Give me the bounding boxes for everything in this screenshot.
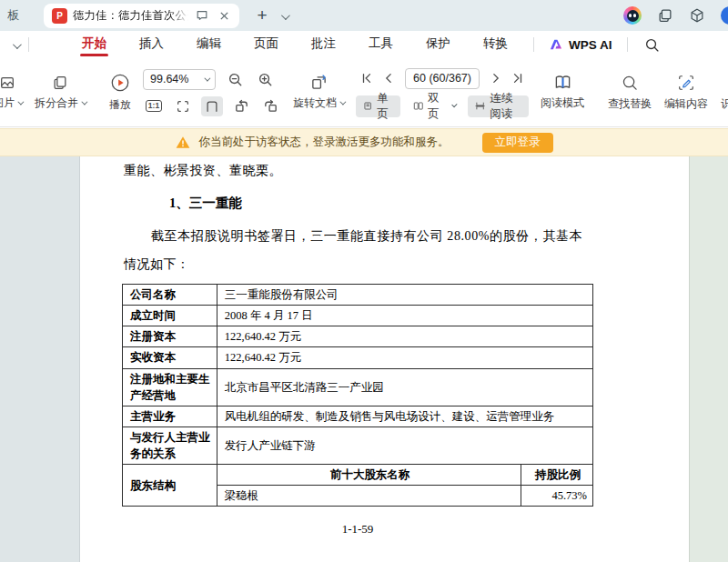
single-page-icon (363, 99, 372, 113)
fit-width-button[interactable] (201, 96, 223, 116)
rotate-right-button[interactable] (259, 96, 281, 116)
guest-notice-text: 你当前处于访客状态，登录激活更多功能和服务。 (199, 135, 450, 150)
zoom-out-button[interactable] (224, 69, 246, 89)
menu-item-page[interactable]: 页面 (238, 31, 295, 58)
one-to-one-icon: 1:1 (146, 100, 162, 112)
shareholder-header-pct: 持股比例 (521, 465, 593, 486)
find-replace-button[interactable]: 查找替换 (602, 58, 658, 126)
single-page-mode-button[interactable]: 单页 (356, 95, 400, 117)
zoom-in-button[interactable] (254, 69, 276, 89)
menu-item-protect[interactable]: 保护 (410, 31, 467, 58)
menu-item-annotate[interactable]: 批注 (295, 31, 352, 58)
previous-page-button[interactable] (378, 68, 399, 88)
menu-item-edit[interactable]: 编辑 (180, 31, 238, 58)
last-page-button[interactable] (507, 68, 529, 88)
table-row: 注册地和主要生产经营地 北京市昌平区北清路三一产业园 (123, 368, 593, 406)
company-info-table: 公司名称 三一重能股份有限公司 成立时间 2008 年 4 月 17 日 注册资… (122, 284, 593, 507)
table-label-cell: 主营业务 (123, 406, 217, 427)
menu-item-home[interactable]: 开始 (66, 31, 123, 58)
table-row: 注册资本 122,640.42 万元 (123, 326, 593, 347)
rotate-document-button[interactable]: 旋转文档 (287, 58, 350, 126)
table-row: 主营业务 风电机组的研发、制造及销售与风电场设计、建设、运营管理业务 (123, 406, 593, 427)
warning-icon (176, 135, 190, 149)
3d-cube-icon[interactable] (689, 7, 705, 24)
close-tab-icon[interactable] (216, 7, 232, 24)
tab-list-chevron-icon[interactable] (281, 9, 288, 23)
wps-ai-logo-icon (549, 38, 563, 51)
zoom-cluster: 99.64% 1:1 (137, 58, 287, 126)
double-page-mode-button[interactable]: 双页 (406, 95, 463, 117)
account-avatar[interactable] (721, 6, 728, 25)
next-page-button[interactable] (485, 68, 507, 88)
first-page-button[interactable] (356, 68, 378, 88)
picture-icon (0, 75, 15, 91)
recognize-table-button[interactable]: 识别表格 (714, 58, 728, 126)
shareholder-name-cell: 梁稳根 (217, 486, 521, 507)
document-viewport[interactable]: 重能、彬景投资、董晓栗。 1、三一重能 截至本招股说明书签署日，三一重能直接持有… (0, 156, 728, 562)
picture-label: 图片 (0, 95, 15, 111)
zoom-value: 99.64% (150, 73, 188, 85)
menu-separator (533, 37, 534, 52)
wps-ai-label: WPS AI (569, 38, 612, 52)
document-tab[interactable]: P 德力佳：德力佳首次公开发行 (44, 4, 239, 28)
read-mode-button[interactable]: 阅读模式 (534, 58, 591, 126)
document-heading: 1、三一重能 (169, 195, 689, 212)
picture-button[interactable]: 图片 (0, 58, 28, 126)
page-number-input[interactable]: 60 (60/367) (405, 68, 480, 89)
menu-item-convert[interactable]: 转换 (467, 31, 524, 58)
double-page-icon (413, 99, 424, 113)
windows-stack-icon[interactable] (657, 7, 673, 24)
ai-assistant-icon[interactable] (623, 6, 642, 25)
guest-notice-bar: 你当前处于访客状态，登录激活更多功能和服务。 立即登录 (0, 128, 728, 156)
table-row: 股东结构 前十大股东名称 持股比例 (123, 465, 593, 486)
document-text-line: 重能、彬景投资、董晓栗。 (124, 163, 689, 179)
table-value-cell: 北京市昌平区北清路三一产业园 (217, 368, 592, 406)
edit-content-label: 编辑内容 (664, 96, 708, 112)
menu-bar: 开始 插入 编辑 页面 批注 工具 保护 转换 WPS AI (0, 31, 728, 58)
single-page-label: 单页 (377, 91, 392, 122)
new-tab-button[interactable]: + (252, 5, 272, 25)
zoom-level-select[interactable]: 99.64% (143, 69, 216, 90)
menu-item-insert[interactable]: 插入 (123, 31, 180, 58)
play-icon (110, 73, 130, 93)
play-label: 播放 (109, 97, 131, 113)
page-navigation-cluster: 60 (60/367) 单页 双页 连续 (350, 58, 534, 126)
table-row: 公司名称 三一重能股份有限公司 (123, 285, 593, 306)
actual-size-button[interactable]: 1:1 (143, 96, 165, 116)
comment-icon[interactable] (194, 7, 210, 24)
edit-content-button[interactable]: 编辑内容 (658, 58, 714, 126)
play-button[interactable]: 播放 (103, 58, 137, 126)
search-icon[interactable] (644, 37, 660, 53)
table-label-cell: 实收资本 (123, 347, 217, 368)
table-label-cell: 与发行人主营业务的关系 (123, 427, 217, 464)
login-now-button[interactable]: 立即登录 (482, 133, 553, 153)
table-label-cell: 注册资本 (123, 326, 217, 347)
menu-separator (627, 37, 628, 52)
recognize-table-label: 识别表格 (721, 96, 728, 112)
menu-item-tools[interactable]: 工具 (352, 31, 410, 58)
document-tab-title: 德力佳：德力佳首次公开发行 (73, 8, 188, 24)
split-merge-icon (52, 75, 68, 91)
tab-bar: 板 P 德力佳：德力佳首次公开发行 + (0, 0, 728, 31)
collapse-ribbon-icon[interactable] (13, 38, 19, 52)
read-mode-icon (553, 74, 572, 91)
table-value-cell: 122,640.42 万元 (217, 326, 592, 347)
table-label-cell: 注册地和主要生产经营地 (123, 368, 217, 406)
document-paragraph-line: 情况如下： (124, 256, 689, 273)
table-value-cell: 发行人产业链下游 (217, 427, 592, 464)
table-label-cell: 成立时间 (123, 306, 217, 326)
table-label-cell: 公司名称 (123, 285, 217, 306)
table-row: 成立时间 2008 年 4 月 17 日 (123, 306, 593, 326)
tab-partial[interactable]: 板 (7, 7, 31, 24)
continuous-reading-icon (475, 99, 485, 113)
continuous-reading-button[interactable]: 连续阅读 (468, 95, 529, 117)
edit-content-icon (677, 74, 695, 92)
pdf-page[interactable]: 重能、彬景投资、董晓栗。 1、三一重能 截至本招股说明书签署日，三一重能直接持有… (79, 156, 689, 562)
split-merge-button[interactable]: 拆分合并 (28, 58, 92, 126)
shareholder-pct-cell: 45.73% (521, 486, 593, 507)
fit-page-button[interactable] (172, 96, 194, 116)
rotate-left-button[interactable] (230, 96, 252, 116)
wps-ai-button[interactable]: WPS AI (543, 38, 618, 52)
continuous-reading-label: 连续阅读 (490, 91, 521, 122)
document-paragraph-line: 截至本招股说明书签署日，三一重能直接持有公司 28.00%的股份，其基本 (151, 228, 689, 245)
